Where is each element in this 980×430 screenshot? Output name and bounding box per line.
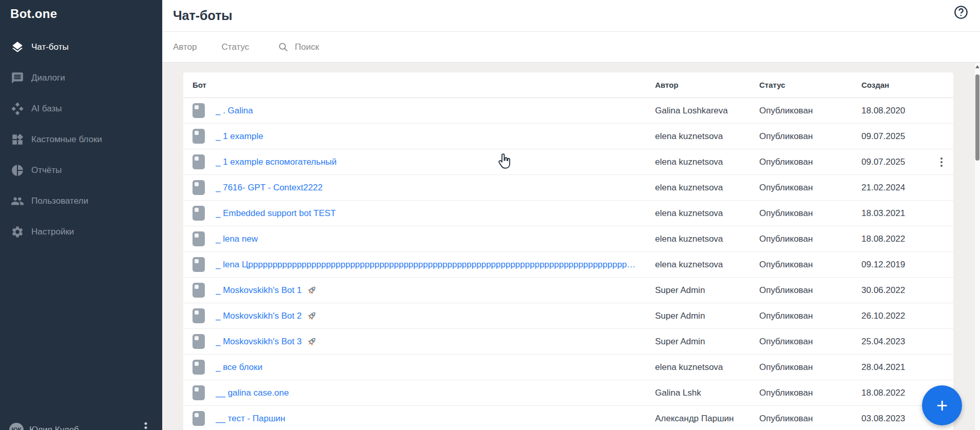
bot-avatar-icon: [193, 411, 205, 426]
bot-author: Super Admin: [655, 285, 759, 296]
bot-status: Опубликован: [759, 414, 861, 424]
bot-status: Опубликован: [759, 260, 861, 270]
vertical-scrollbar[interactable]: [974, 63, 980, 430]
table-header-row: Бот Автор Статус Создан: [183, 72, 953, 98]
search-input[interactable]: [295, 42, 408, 52]
bot-created-date: 09.07.2025: [861, 157, 933, 167]
bot-avatar-icon: [193, 385, 205, 400]
user-menu-kebab-icon[interactable]: •••: [143, 422, 149, 430]
bot-author: elena kuznetsova: [655, 131, 759, 142]
bot-name-link[interactable]: __ тест - Паршин: [216, 414, 285, 424]
bot-avatar-icon: [193, 154, 205, 169]
bot-created-date: 03.08.2023: [861, 414, 933, 424]
table-row: __ galina case.one Galina Lshk Опубликов…: [183, 380, 953, 406]
bot-status: Опубликован: [759, 183, 861, 193]
sidebar-item-label: Пользователи: [31, 196, 88, 206]
bot-created-date: 18.08.2020: [861, 106, 933, 116]
sidebar-item-label: Отчёты: [31, 165, 62, 175]
rocket-icon: [306, 336, 317, 347]
bot-status: Опубликован: [759, 106, 861, 116]
sidebar-item-label: AI базы: [31, 104, 62, 114]
bot-avatar-icon: [193, 334, 205, 349]
sidebar-item-custom-blocks[interactable]: Кастомные блоки: [0, 124, 162, 155]
add-bot-button[interactable]: +: [922, 385, 962, 425]
bot-status: Опубликован: [759, 311, 861, 321]
bot-avatar-icon: [193, 360, 205, 375]
sidebar-item-dialogs[interactable]: Диалоги: [0, 63, 162, 93]
user-name: Юлия Кулеб: [29, 425, 79, 430]
table-row: __ тест - Паршин Александр Паршин Опубли…: [183, 406, 953, 430]
column-header-author[interactable]: Автор: [655, 81, 759, 89]
bot-author: Galina Loshkareva: [655, 106, 759, 116]
bot-name-link[interactable]: _ Moskovskikh's Bot 3: [216, 337, 302, 347]
table-row: _ . Galina Galina Loshkareva Опубликован…: [183, 98, 953, 124]
sidebar-item-settings[interactable]: Настройки: [0, 217, 162, 247]
sidebar-item-ai-bases[interactable]: AI базы: [0, 93, 162, 124]
sidebar-nav: Чат-боты Диалоги AI базы Касто: [0, 32, 162, 247]
chat-icon: [11, 71, 24, 85]
search-icon: [278, 42, 289, 52]
bot-avatar-icon: [193, 180, 205, 195]
filter-status-button[interactable]: Статус: [222, 42, 249, 52]
bot-created-date: 18.08.2022: [861, 234, 933, 244]
bot-author: elena kuznetsova: [655, 183, 759, 193]
bot-avatar-icon: [193, 257, 205, 272]
bot-name-link[interactable]: _ Moskovskikh's Bot 1: [216, 285, 302, 296]
sidebar-item-label: Диалоги: [31, 73, 65, 83]
bot-name-link[interactable]: _ 1 example вспомогательный: [216, 157, 337, 167]
table-row: _ lena Црррррррррррррррррррррррррррррррр…: [183, 252, 953, 278]
bot-name-link[interactable]: _ Embedded support bot TEST: [216, 208, 336, 219]
bot-name-link[interactable]: _ 1 example: [216, 131, 263, 142]
bot-status: Опубликован: [759, 388, 861, 398]
table-row: _ 1 example вспомогательный elena kuznet…: [183, 149, 953, 175]
bot-created-date: 30.06.2022: [861, 285, 933, 296]
bot-avatar-icon: [193, 308, 205, 323]
bot-author: Александр Паршин: [655, 414, 759, 424]
row-kebab-icon[interactable]: [937, 157, 946, 168]
app-logo: Bot.one: [10, 7, 57, 21]
sidebar-item-users[interactable]: Пользователи: [0, 186, 162, 217]
bot-name-link[interactable]: _ все блоки: [216, 362, 262, 373]
bot-status: Опубликован: [759, 285, 861, 296]
bot-avatar-icon: [193, 231, 205, 246]
scrollbar-up-arrow-icon[interactable]: [975, 65, 979, 68]
bot-created-date: 09.12.2019: [861, 260, 933, 270]
search-box[interactable]: [278, 42, 408, 52]
column-header-created[interactable]: Создан: [861, 81, 933, 89]
table-row: _ все блоки elena kuznetsova Опубликован…: [183, 355, 953, 380]
scrollbar-thumb[interactable]: [975, 74, 979, 161]
bot-name-link[interactable]: _ Moskovskikh's Bot 2: [216, 311, 302, 321]
column-header-status[interactable]: Статус: [759, 81, 861, 89]
bot-status: Опубликован: [759, 208, 861, 219]
table-row: _ 1 example elena kuznetsova Опубликован…: [183, 124, 953, 149]
sidebar-item-reports[interactable]: Отчёты: [0, 155, 162, 186]
bot-author: elena kuznetsova: [655, 208, 759, 219]
people-icon: [11, 194, 24, 208]
filter-author-button[interactable]: Автор: [173, 42, 197, 52]
bot-author: elena kuznetsova: [655, 260, 759, 270]
bot-name-link[interactable]: __ galina case.one: [216, 388, 289, 398]
bot-avatar-icon: [193, 103, 205, 118]
table-row: _ Moskovskikh's Bot 3 Super Admin Опубли…: [183, 329, 953, 355]
widgets-icon: [11, 133, 24, 146]
bot-name-link[interactable]: _ lena new: [216, 234, 258, 244]
help-icon[interactable]: [954, 5, 968, 19]
bot-name-link[interactable]: _ 7616- GPT - Context2222: [216, 183, 323, 193]
bot-name-link[interactable]: _ . Galina: [216, 106, 253, 116]
rocket-icon: [306, 285, 317, 296]
sidebar-item-chatbots[interactable]: Чат-боты: [0, 32, 162, 63]
topbar: Чат-боты: [162, 0, 980, 32]
rocket-icon: [306, 310, 317, 322]
bot-status: Опубликован: [759, 131, 861, 142]
bot-author: Super Admin: [655, 311, 759, 321]
diamonds-icon: [11, 102, 24, 115]
pie-chart-icon: [11, 164, 24, 177]
sidebar-item-label: Чат-боты: [31, 42, 69, 52]
bot-name-link[interactable]: _ lena Црррррррррррррррррррррррррррррррр…: [216, 260, 637, 270]
bot-created-date: 18.08.2022: [861, 388, 933, 398]
bot-created-date: 09.07.2025: [861, 131, 933, 142]
column-header-bot[interactable]: Бот: [193, 81, 655, 89]
bot-created-date: 25.04.2023: [861, 337, 933, 347]
bot-status: Опубликован: [759, 157, 861, 167]
sidebar-user[interactable]: ЮК Юлия Кулеб •••: [0, 422, 162, 430]
